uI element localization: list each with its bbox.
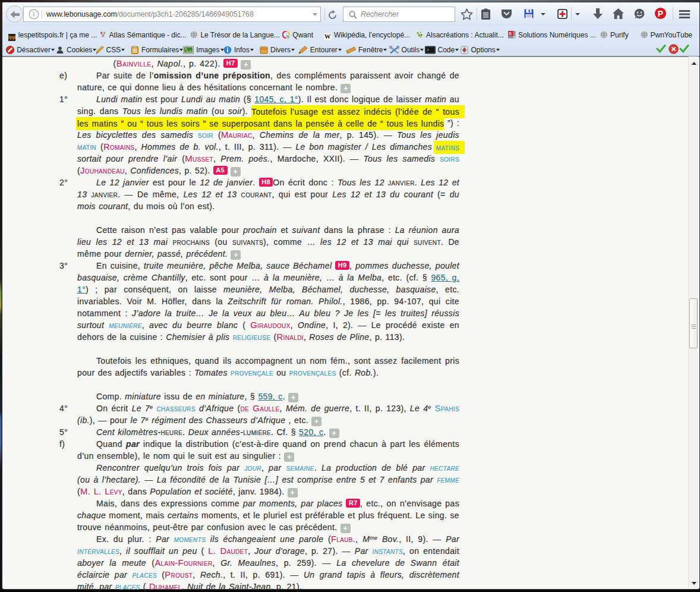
- svg-text:S: S: [509, 31, 512, 36]
